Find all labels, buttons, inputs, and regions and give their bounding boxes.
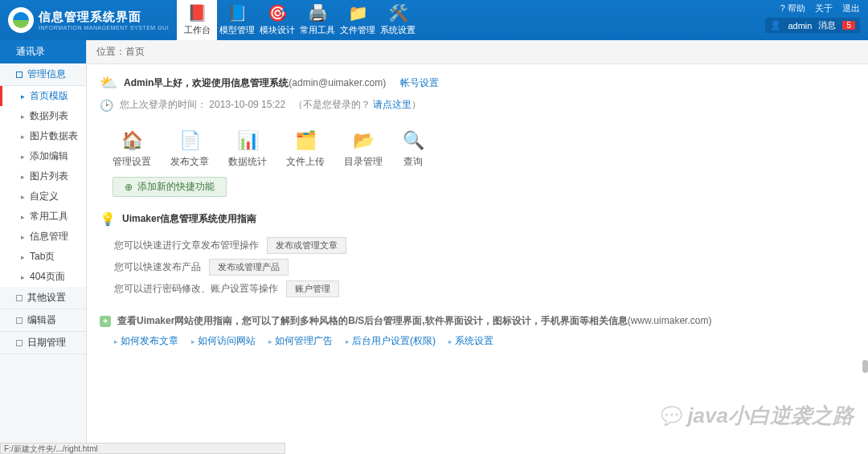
- msg-label: 消息: [818, 19, 836, 31]
- quick-label: 目录管理: [344, 155, 383, 169]
- logo-subtitle: INFORMATION MANAGEMENT SYSTEM GUI: [39, 25, 169, 31]
- sidebar-item-0-7[interactable]: 信息管理: [0, 227, 86, 247]
- sidebar-section-1[interactable]: 其他设置: [0, 287, 86, 309]
- quick-label: 发布文章: [170, 155, 209, 169]
- nav-item-1[interactable]: 📘模型管理: [217, 0, 257, 40]
- quick-label: 文件上传: [286, 155, 325, 169]
- sidebar-title: 通讯录: [0, 40, 86, 63]
- sun-icon: ⛅: [100, 74, 117, 92]
- sidebar-item-0-3[interactable]: 添加编辑: [0, 146, 86, 166]
- msg-count: 5: [842, 21, 855, 30]
- nav-icon: 🖨️: [309, 4, 326, 22]
- nav-icon: 🛠️: [389, 4, 407, 22]
- nav-label: 工作台: [184, 24, 211, 36]
- tips-link-1[interactable]: 如何访问网站: [191, 334, 256, 348]
- quick-item-4[interactable]: 📂目录管理: [344, 129, 383, 169]
- quick-icon: 🔍: [402, 129, 424, 152]
- quick-item-3[interactable]: 🗂️文件上传: [286, 129, 325, 169]
- quick-item-5[interactable]: 🔍查询: [402, 129, 424, 169]
- guide-button-1[interactable]: 发布或管理产品: [209, 259, 289, 276]
- clock-icon: 🕑: [100, 99, 113, 112]
- bulb-icon: 💡: [100, 211, 116, 227]
- sidebar-item-0-1[interactable]: 数据列表: [0, 106, 86, 126]
- nav-icon: 🎯: [268, 4, 286, 22]
- guide-title: Uimaker信息管理系统使用指南: [122, 212, 256, 226]
- welcome-email: (admin@uimaker.com): [289, 77, 386, 88]
- nav-icon: 📁: [349, 4, 366, 22]
- nav-item-5[interactable]: 🛠️系统设置: [378, 0, 418, 40]
- guide-text: 您可以快速发布产品: [114, 260, 201, 274]
- sidebar-section-3[interactable]: 日期管理: [0, 332, 86, 354]
- quick-item-1[interactable]: 📄发布文章: [170, 129, 209, 169]
- sidebar-item-0-9[interactable]: 404页面: [0, 267, 86, 287]
- tips-link-4[interactable]: 系统设置: [448, 334, 493, 348]
- nav-icon: 📘: [228, 4, 246, 22]
- sidebar-item-0-0[interactable]: 首页模版: [0, 86, 86, 106]
- quick-icon: 📄: [178, 129, 201, 152]
- nav-label: 模块设计: [260, 24, 295, 36]
- nav-label: 模型管理: [219, 24, 255, 36]
- nav-icon: 📕: [188, 4, 206, 22]
- logo: 信息管理系统界面 INFORMATION MANAGEMENT SYSTEM G…: [0, 0, 177, 40]
- tips-headline: 查看Uimaker网站使用指南，您可以了解到多种风格的B/S后台管理界面,软件界…: [117, 315, 628, 326]
- quick-label: 管理设置: [113, 155, 151, 169]
- guide-text: 您可以进行密码修改、账户设置等操作: [114, 282, 278, 296]
- account-settings-link[interactable]: 帐号设置: [400, 76, 439, 90]
- nav-item-3[interactable]: 🖨️常用工具: [297, 0, 338, 40]
- not-you-link[interactable]: 请点这里: [373, 99, 411, 110]
- quick-icon: 📊: [236, 129, 259, 152]
- square-icon: [16, 340, 23, 346]
- nav-item-4[interactable]: 📁文件管理: [338, 0, 378, 40]
- guide-button-0[interactable]: 发布或管理文章: [267, 237, 346, 254]
- user-bar[interactable]: 👤 admin 消息 5: [765, 18, 860, 33]
- logo-icon: [8, 7, 34, 33]
- exit-link[interactable]: 退出: [842, 2, 860, 14]
- plus-icon: ⊕: [125, 182, 133, 193]
- tip-icon: ✦: [100, 316, 111, 327]
- nav-item-0[interactable]: 📕工作台: [177, 0, 217, 40]
- nav-label: 文件管理: [340, 24, 375, 36]
- tips-link-3[interactable]: 后台用户设置(权限): [346, 334, 436, 348]
- quick-label: 数据统计: [228, 155, 267, 169]
- quick-icon: 📂: [352, 129, 375, 152]
- scrollbar-thumb[interactable]: [862, 360, 868, 373]
- nav-label: 系统设置: [380, 24, 416, 36]
- sidebar-item-0-8[interactable]: Tab页: [0, 247, 86, 267]
- quick-item-0[interactable]: 🏠管理设置: [113, 129, 151, 169]
- sidebar-section-0[interactable]: 管理信息: [0, 63, 86, 86]
- guide-text: 您可以快速进行文章发布管理操作: [114, 239, 259, 252]
- sidebar-item-0-5[interactable]: 自定义: [0, 186, 86, 207]
- add-quick-button[interactable]: ⊕ 添加新的快捷功能: [113, 177, 227, 197]
- nav-label: 常用工具: [300, 24, 335, 36]
- tips-link-0[interactable]: 如何发布文章: [114, 334, 178, 348]
- sidebar-item-0-2[interactable]: 图片数据表: [0, 126, 86, 146]
- user-icon: 👤: [770, 20, 781, 31]
- welcome-text: Admin早上好，欢迎使用信息管理系统: [124, 77, 289, 88]
- square-icon: [16, 72, 23, 78]
- user-name: admin: [788, 21, 812, 31]
- sidebar-section-2[interactable]: 编辑器: [0, 309, 86, 332]
- quick-icon: 🏠: [121, 129, 143, 152]
- last-login-time: 2013-10-09 15:22: [209, 99, 285, 110]
- square-icon: [16, 317, 23, 324]
- nav-item-2[interactable]: 🎯模块设计: [257, 0, 297, 40]
- sidebar-item-0-6[interactable]: 常用工具: [0, 207, 86, 227]
- quick-label: 查询: [403, 155, 423, 169]
- tips-link-2[interactable]: 如何管理广告: [268, 334, 333, 348]
- breadcrumb: 位置：首页: [87, 40, 868, 64]
- help-link[interactable]: ? 帮助: [780, 2, 805, 14]
- square-icon: [16, 295, 23, 301]
- quick-icon: 🗂️: [294, 129, 317, 152]
- status-bar: F:/新建文件夹/.../right.html: [0, 443, 285, 454]
- sidebar-item-0-4[interactable]: 图片列表: [0, 166, 86, 186]
- quick-item-2[interactable]: 📊数据统计: [228, 129, 267, 169]
- logo-title: 信息管理系统界面: [39, 10, 169, 25]
- about-link[interactable]: 关于: [815, 2, 833, 14]
- guide-button-2[interactable]: 账户管理: [286, 280, 339, 297]
